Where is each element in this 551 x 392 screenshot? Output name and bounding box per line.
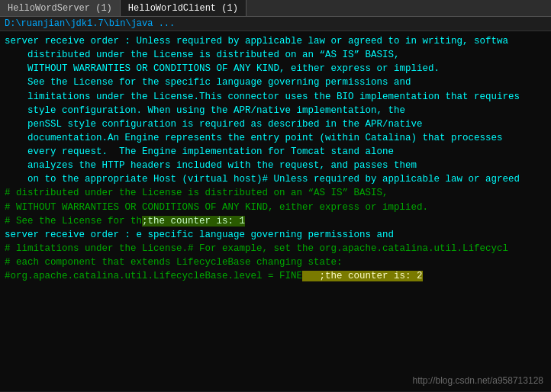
console: server receive order : Unless required b… bbox=[0, 31, 551, 391]
watermark: http://blog.csdn.net/a958713128 bbox=[413, 375, 543, 386]
highlight-yellow: ;the counter is: 2 bbox=[302, 271, 423, 281]
console-line: documentation.An Engine represents the e… bbox=[5, 131, 546, 145]
title-bar: HelloWordServer (1) HelloWorldClient (1) bbox=[0, 0, 551, 17]
console-line: See the License for the specific languag… bbox=[5, 76, 546, 89]
console-line: style configuration. When using the APR/… bbox=[5, 104, 546, 117]
tab-server[interactable]: HelloWordServer (1) bbox=[0, 0, 121, 16]
console-line: WITHOUT WARRANTIES OR CONDITIONS OF ANY … bbox=[5, 62, 546, 76]
console-line: # limitations under the License.# For ex… bbox=[5, 242, 546, 255]
console-line: server receive order : Unless required b… bbox=[5, 34, 546, 48]
console-line: # WITHOUT WARRANTIES OR CONDITIONS OF AN… bbox=[5, 201, 546, 214]
console-line: #org.apache.catalina.util.LifecycleBase.… bbox=[5, 269, 546, 283]
console-line: # distributed under the License is distr… bbox=[5, 186, 546, 200]
console-line: distributed under the License is distrib… bbox=[5, 48, 546, 62]
console-line: every request. The Engine implementation… bbox=[5, 145, 546, 159]
path-bar: D:\ruanjian\jdk1.7\bin\java ... bbox=[0, 17, 551, 31]
console-line: penSSL style configuration is required a… bbox=[5, 117, 546, 131]
console-line: server receive order : e specific langua… bbox=[5, 228, 546, 242]
console-line: # each component that extends LifecycleB… bbox=[5, 255, 546, 269]
highlight-green: ;the counter is: 1 bbox=[142, 216, 245, 227]
console-line: on to the appropriate Host (virtual host… bbox=[5, 172, 546, 186]
console-line: # See the License for th;the counter is:… bbox=[5, 214, 546, 228]
tab-client[interactable]: HelloWorldClient (1) bbox=[121, 0, 246, 16]
tab-client-label: HelloWorldClient (1) bbox=[128, 3, 238, 14]
path-text: D:\ruanjian\jdk1.7\bin\java ... bbox=[5, 18, 175, 29]
console-line: limitations under the License.This conne… bbox=[5, 90, 546, 104]
console-line: analyzes the HTTP headers included with … bbox=[5, 159, 546, 172]
tab-server-label: HelloWordServer (1) bbox=[8, 3, 112, 14]
